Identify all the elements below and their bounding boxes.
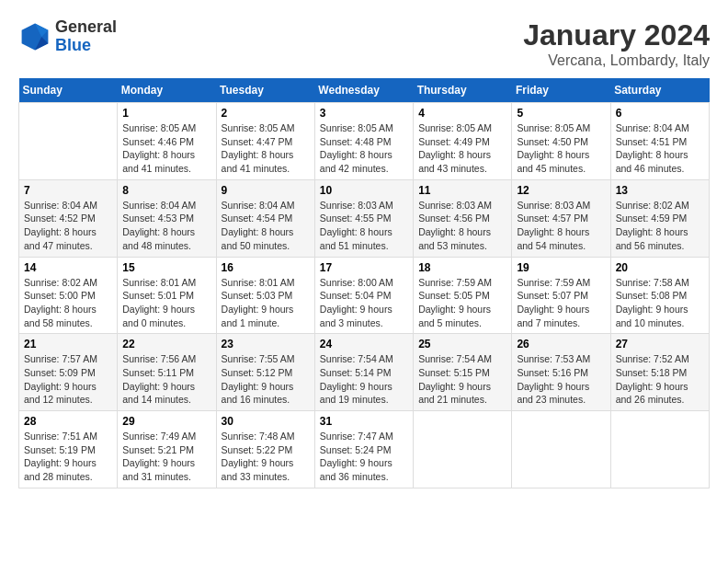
day-info: Sunrise: 7:51 AMSunset: 5:19 PMDaylight:…	[24, 430, 112, 484]
calendar-cell: 27Sunrise: 7:52 AMSunset: 5:18 PMDayligh…	[610, 334, 709, 411]
day-info: Sunrise: 8:05 AMSunset: 4:48 PMDaylight:…	[320, 121, 408, 176]
day-info: Sunrise: 8:00 AMSunset: 5:04 PMDaylight:…	[320, 276, 408, 330]
day-number: 13	[616, 184, 704, 197]
calendar-cell: 13Sunrise: 8:02 AMSunset: 4:59 PMDayligh…	[610, 179, 709, 257]
logo-text: General Blue	[55, 18, 117, 55]
calendar-cell: 28Sunrise: 7:51 AMSunset: 5:19 PMDayligh…	[19, 411, 118, 488]
day-number: 9	[222, 184, 310, 197]
day-number: 5	[517, 107, 605, 120]
day-number: 22	[122, 338, 210, 350]
calendar-cell: 23Sunrise: 7:55 AMSunset: 5:12 PMDayligh…	[216, 334, 314, 411]
calendar-cell: 17Sunrise: 8:00 AMSunset: 5:04 PMDayligh…	[314, 257, 413, 334]
day-number: 24	[320, 338, 408, 350]
day-info: Sunrise: 8:04 AMSunset: 4:53 PMDaylight:…	[122, 199, 210, 253]
calendar-cell: 26Sunrise: 7:53 AMSunset: 5:16 PMDayligh…	[512, 334, 610, 411]
day-info: Sunrise: 8:03 AMSunset: 4:55 PMDaylight:…	[320, 199, 408, 253]
day-info: Sunrise: 7:48 AMSunset: 5:22 PMDaylight:…	[222, 430, 310, 484]
day-info: Sunrise: 7:52 AMSunset: 5:18 PMDaylight:…	[616, 352, 704, 407]
day-number: 15	[122, 261, 210, 274]
calendar-cell: 30Sunrise: 7:48 AMSunset: 5:22 PMDayligh…	[216, 411, 314, 488]
logo-blue: Blue	[55, 37, 117, 55]
calendar-cell: 1Sunrise: 8:05 AMSunset: 4:46 PMDaylight…	[118, 103, 216, 180]
day-number: 17	[320, 261, 408, 274]
calendar-cell: 19Sunrise: 7:59 AMSunset: 5:07 PMDayligh…	[512, 257, 610, 334]
day-number: 16	[222, 261, 310, 274]
day-info: Sunrise: 7:57 AMSunset: 5:09 PMDaylight:…	[24, 352, 112, 407]
day-number: 29	[122, 415, 210, 428]
calendar-cell: 8Sunrise: 8:04 AMSunset: 4:53 PMDaylight…	[118, 179, 216, 257]
calendar-cell: 11Sunrise: 8:03 AMSunset: 4:56 PMDayligh…	[414, 179, 512, 257]
logo: General Blue	[18, 18, 117, 55]
weekday-header: Thursday	[414, 78, 512, 103]
day-info: Sunrise: 8:05 AMSunset: 4:47 PMDaylight:…	[222, 121, 310, 176]
calendar-cell: 12Sunrise: 8:03 AMSunset: 4:57 PMDayligh…	[512, 179, 610, 257]
calendar-cell: 15Sunrise: 8:01 AMSunset: 5:01 PMDayligh…	[118, 257, 216, 334]
calendar-cell: 20Sunrise: 7:58 AMSunset: 5:08 PMDayligh…	[610, 257, 709, 334]
day-info: Sunrise: 8:03 AMSunset: 4:56 PMDaylight:…	[418, 199, 506, 253]
calendar-table: SundayMondayTuesdayWednesdayThursdayFrid…	[18, 78, 710, 488]
day-info: Sunrise: 8:02 AMSunset: 5:00 PMDaylight:…	[24, 276, 112, 330]
day-info: Sunrise: 8:04 AMSunset: 4:51 PMDaylight:…	[616, 121, 704, 176]
day-number: 23	[222, 338, 310, 350]
calendar-week-row: 14Sunrise: 8:02 AMSunset: 5:00 PMDayligh…	[19, 257, 710, 334]
weekday-header-row: SundayMondayTuesdayWednesdayThursdayFrid…	[19, 78, 710, 103]
day-info: Sunrise: 8:01 AMSunset: 5:03 PMDaylight:…	[222, 276, 310, 330]
day-info: Sunrise: 7:59 AMSunset: 5:05 PMDaylight:…	[418, 276, 506, 330]
weekday-header: Friday	[512, 78, 610, 103]
day-info: Sunrise: 7:54 AMSunset: 5:14 PMDaylight:…	[320, 352, 408, 407]
day-number: 28	[24, 415, 112, 428]
weekday-header: Sunday	[19, 78, 118, 103]
day-number: 12	[517, 184, 605, 197]
month-title: January 2024	[523, 18, 710, 52]
title-block: January 2024 Vercana, Lombardy, Italy	[523, 18, 710, 69]
day-info: Sunrise: 8:02 AMSunset: 4:59 PMDaylight:…	[616, 199, 704, 253]
calendar-cell: 6Sunrise: 8:04 AMSunset: 4:51 PMDaylight…	[610, 103, 709, 180]
calendar-week-row: 28Sunrise: 7:51 AMSunset: 5:19 PMDayligh…	[19, 411, 710, 488]
calendar-week-row: 1Sunrise: 8:05 AMSunset: 4:46 PMDaylight…	[19, 103, 710, 180]
day-number: 26	[517, 338, 605, 350]
day-info: Sunrise: 7:55 AMSunset: 5:12 PMDaylight:…	[222, 352, 310, 407]
day-info: Sunrise: 8:04 AMSunset: 4:52 PMDaylight:…	[24, 199, 112, 253]
weekday-header: Tuesday	[216, 78, 314, 103]
logo-general: General	[55, 18, 117, 37]
weekday-header: Monday	[118, 78, 216, 103]
calendar-cell	[512, 411, 610, 488]
day-info: Sunrise: 8:05 AMSunset: 4:49 PMDaylight:…	[418, 121, 506, 176]
calendar-cell: 24Sunrise: 7:54 AMSunset: 5:14 PMDayligh…	[314, 334, 413, 411]
day-number: 20	[616, 261, 704, 274]
day-info: Sunrise: 7:47 AMSunset: 5:24 PMDaylight:…	[320, 430, 408, 484]
calendar-cell: 25Sunrise: 7:54 AMSunset: 5:15 PMDayligh…	[414, 334, 512, 411]
weekday-header: Saturday	[610, 78, 709, 103]
calendar-cell: 5Sunrise: 8:05 AMSunset: 4:50 PMDaylight…	[512, 103, 610, 180]
day-number: 11	[418, 184, 506, 197]
calendar-week-row: 21Sunrise: 7:57 AMSunset: 5:09 PMDayligh…	[19, 334, 710, 411]
day-info: Sunrise: 7:56 AMSunset: 5:11 PMDaylight:…	[122, 352, 210, 407]
calendar-cell: 18Sunrise: 7:59 AMSunset: 5:05 PMDayligh…	[414, 257, 512, 334]
calendar-cell: 4Sunrise: 8:05 AMSunset: 4:49 PMDaylight…	[414, 103, 512, 180]
calendar-cell: 2Sunrise: 8:05 AMSunset: 4:47 PMDaylight…	[216, 103, 314, 180]
day-number: 6	[616, 107, 704, 120]
day-number: 14	[24, 261, 112, 274]
day-number: 4	[418, 107, 506, 120]
day-info: Sunrise: 7:58 AMSunset: 5:08 PMDaylight:…	[616, 276, 704, 330]
calendar-cell	[610, 411, 709, 488]
page-header: General Blue January 2024 Vercana, Lomba…	[18, 18, 710, 69]
day-number: 8	[122, 184, 210, 197]
day-number: 10	[320, 184, 408, 197]
day-info: Sunrise: 7:53 AMSunset: 5:16 PMDaylight:…	[517, 352, 605, 407]
calendar-cell	[414, 411, 512, 488]
calendar-cell: 14Sunrise: 8:02 AMSunset: 5:00 PMDayligh…	[19, 257, 118, 334]
day-number: 1	[122, 107, 210, 120]
day-number: 7	[24, 184, 112, 197]
day-number: 2	[222, 107, 310, 120]
calendar-cell: 7Sunrise: 8:04 AMSunset: 4:52 PMDaylight…	[19, 179, 118, 257]
calendar-cell: 22Sunrise: 7:56 AMSunset: 5:11 PMDayligh…	[118, 334, 216, 411]
calendar-cell: 9Sunrise: 8:04 AMSunset: 4:54 PMDaylight…	[216, 179, 314, 257]
calendar-cell: 10Sunrise: 8:03 AMSunset: 4:55 PMDayligh…	[314, 179, 413, 257]
day-number: 21	[24, 338, 112, 350]
calendar-cell: 21Sunrise: 7:57 AMSunset: 5:09 PMDayligh…	[19, 334, 118, 411]
day-number: 31	[320, 415, 408, 428]
day-info: Sunrise: 7:54 AMSunset: 5:15 PMDaylight:…	[418, 352, 506, 407]
day-info: Sunrise: 7:49 AMSunset: 5:21 PMDaylight:…	[122, 430, 210, 484]
calendar-cell: 31Sunrise: 7:47 AMSunset: 5:24 PMDayligh…	[314, 411, 413, 488]
